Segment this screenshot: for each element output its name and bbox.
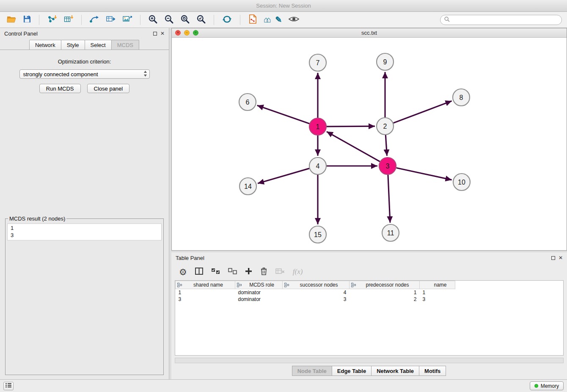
column-header-shared-name[interactable]: shared name [176,281,235,289]
cell-filler [455,296,563,303]
edge-1-6[interactable] [257,105,310,124]
style-button[interactable]: ✎ [274,14,283,26]
task-history-button[interactable] [3,382,14,390]
edge-2-3[interactable] [385,135,387,156]
edge-4-14[interactable] [258,168,309,183]
tab-style[interactable]: Style [61,40,85,50]
deselect-all-button[interactable] [228,268,237,276]
tab-node-table[interactable]: Node Table [292,366,332,376]
toolbar-separator [240,15,240,25]
close-table-panel-icon[interactable]: ✕ [559,255,563,260]
open-folder-icon [6,15,17,25]
optimization-select-value: strongly connected component [23,71,98,77]
table-header-row: shared name MCDS role successor nodes pr… [176,281,563,289]
network-graph[interactable]: 7968124310141511 [172,38,564,250]
export-image-button[interactable] [121,14,134,26]
search-input[interactable] [452,17,558,23]
import-table-button[interactable] [62,14,75,26]
float-table-panel-icon[interactable] [551,256,555,260]
graph-node-label-1: 1 [316,123,320,130]
toolbar-separator [81,15,82,25]
export-table-button[interactable] [105,14,117,26]
zoom-fit-button[interactable] [179,14,191,26]
column-header-mcds-role[interactable]: MCDS role [235,281,283,289]
column-header-name[interactable]: name [420,281,455,289]
network-file-button[interactable] [247,14,259,26]
tab-select[interactable]: Select [85,40,112,50]
delete-table-button[interactable] [275,268,285,276]
save-session-button[interactable] [22,14,33,26]
home-button[interactable]: ⌂⌂ [262,14,270,26]
import-network-button[interactable] [46,14,58,26]
edge-3-10[interactable] [396,168,452,179]
float-panel-icon[interactable] [153,32,157,36]
column-type-icon [237,283,242,289]
edge-3-11[interactable] [388,175,390,223]
close-window-icon[interactable]: ✕ [175,30,181,36]
delete-column-button[interactable] [260,267,267,276]
network-window-title: scc.txt [172,30,567,36]
cell-shared-name[interactable]: 1 [176,289,235,296]
column-header-predecessor-nodes[interactable]: predecessor nodes [350,281,420,289]
close-panel-icon[interactable]: ✕ [160,31,165,36]
column-header-successor-nodes[interactable]: successor nodes [283,281,350,289]
mcds-result-list[interactable]: 1 3 [7,224,162,240]
tab-network[interactable]: Network [29,40,61,50]
gear-icon: ⚙ [179,268,187,276]
deselect-all-icon [228,268,237,276]
tab-edge-table[interactable]: Edge Table [332,366,372,376]
edge-3-1[interactable] [327,132,380,162]
show-graphics-button[interactable] [287,14,301,26]
zoom-selected-button[interactable] [195,14,207,26]
mcds-tab-content: Optimization criterion: strongly connect… [0,50,169,379]
close-panel-button[interactable]: Close panel [87,84,130,93]
cell-successor-nodes[interactable]: 3 [283,296,350,303]
cell-name[interactable]: 3 [420,296,455,303]
memory-label: Memory [541,383,559,389]
plus-icon [245,268,252,276]
run-mcds-button[interactable]: Run MCDS [39,84,81,93]
zoom-in-button[interactable] [147,14,159,26]
cell-name[interactable]: 1 [420,289,455,296]
tab-mcds[interactable]: MCDS [111,40,139,50]
edge-2-8[interactable] [394,101,452,123]
optimization-select[interactable]: strongly connected component [19,69,150,79]
tab-motifs[interactable]: Motifs [419,366,446,376]
open-session-button[interactable] [5,14,18,26]
minimize-window-icon[interactable]: − [184,30,190,36]
cell-shared-name[interactable]: 3 [176,296,235,303]
function-builder-button[interactable]: f(x) [293,268,303,276]
table-panel: Table Panel ✕ ⚙ [171,252,567,379]
export-network-button[interactable] [88,14,101,26]
network-window-titlebar: ✕ − + scc.txt [172,28,567,38]
toolbar-separator [140,15,140,25]
cell-successor-nodes[interactable]: 4 [283,289,350,296]
split-panel-button[interactable] [195,268,203,276]
tab-network-table[interactable]: Network Table [371,366,419,376]
cell-predecessor-nodes[interactable]: 2 [350,296,420,303]
column-type-icon [177,283,182,289]
select-all-button[interactable] [211,268,220,276]
graph-node-label-6: 6 [246,99,250,106]
table-options-button[interactable]: ⚙ [179,268,187,276]
apply-layout-button[interactable] [220,14,234,26]
graph-node-label-11: 11 [387,229,394,237]
maximize-window-icon[interactable]: + [193,30,198,36]
add-column-button[interactable] [245,268,252,276]
eye-icon [288,15,300,24]
style-icon: ✎ [275,15,282,25]
zoom-out-button[interactable] [163,14,175,26]
memory-button[interactable]: Memory [530,381,564,390]
edge-1-2[interactable] [327,126,375,127]
mcds-result-group: MCDS result (2 nodes) 1 3 [5,215,164,375]
horizontal-scrollbar[interactable] [175,358,564,363]
cell-mcds-role[interactable]: dominator [235,296,283,303]
table-row[interactable]: 1dominator411 [176,289,563,296]
cell-filler [455,289,563,296]
function-icon: f(x) [293,268,303,276]
cell-mcds-role[interactable]: dominator [235,289,283,296]
table-row[interactable]: 3dominator323 [176,296,563,303]
select-arrows-icon [143,70,148,78]
cell-predecessor-nodes[interactable]: 1 [350,289,420,296]
node-table: shared name MCDS role successor nodes pr… [175,281,563,303]
